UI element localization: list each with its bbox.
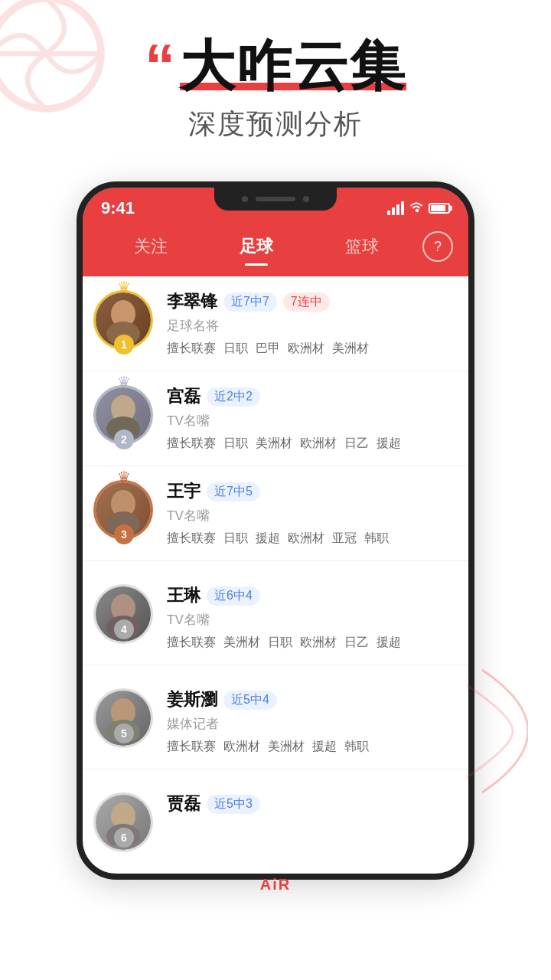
expert-item-4[interactable]: 4 王琳 近6中4 TV名嘴 擅长联赛 美洲材 日职 欧洲材 日乙 援超 [83,561,468,665]
rank-avatar-4: 4 [93,575,155,636]
phone-mockup: 9:41 [0,181,551,880]
expert-name-4: 王琳 [167,584,201,607]
air-label: AiR [260,876,291,893]
rank-badge-3: 3 [114,524,134,544]
notch-dot2 [303,196,309,202]
phone-frame: 9:41 [77,181,474,880]
expert-info-2: 宫磊 近2中2 TV名嘴 擅长联赛 日职 美洲材 欧洲材 日乙 援超 [167,385,450,452]
expert-tags-5: 擅长联赛 欧洲材 美洲材 援超 韩职 [167,739,450,755]
crown-icon-2: ♛ [117,373,131,391]
deco-arcs [467,662,528,803]
expert-name-row-3: 王宇 近7中5 [167,480,450,503]
expert-item-6[interactable]: 6 贾磊 近5中3 [83,769,468,858]
tag-2-1: 擅长联赛 [167,436,216,452]
rank-badge-5: 5 [114,724,134,743]
hero-section: “大咋云集 深度预测分析 [0,0,551,158]
expert-info-4: 王琳 近6中4 TV名嘴 擅长联赛 美洲材 日职 欧洲材 日乙 援超 [167,584,450,651]
expert-tags-2: 擅长联赛 日职 美洲材 欧洲材 日乙 援超 [167,436,450,452]
tag-1-2: 日职 [223,341,248,357]
tag-4-4: 欧洲材 [300,635,337,651]
air-section: AiR [0,880,551,901]
expert-item-5[interactable]: 5 姜斯瀏 近5中4 媒体记者 擅长联赛 欧洲材 美洲材 援超 韩职 [83,665,468,769]
rank-avatar-3: ♛ 3 [93,480,155,541]
tag-1-5: 美洲材 [332,341,369,357]
expert-item-1[interactable]: ♛ 1 李翠锋 近7中7 [83,276,468,371]
expert-badge1-3: 近7中5 [207,482,260,501]
tag-2-6: 援超 [377,436,401,452]
signal-bar-3 [396,204,399,215]
signal-bar-2 [392,207,395,215]
signal-bar-4 [401,201,404,215]
tag-2-4: 欧洲材 [300,436,337,452]
hero-subtitle: 深度预测分析 [0,106,551,143]
expert-name-row-6: 贾磊 近5中3 [167,792,450,815]
expert-badge1-1: 近7中7 [223,292,277,312]
expert-name-row-1: 李翠锋 近7中7 7连中 [167,290,450,313]
status-time: 9:41 [101,198,135,218]
expert-title-3: TV名嘴 [167,507,450,524]
status-icons [387,201,450,217]
status-bar: 9:41 [83,188,468,223]
signal-bar-1 [387,211,390,215]
expert-info-3: 王宇 近7中5 TV名嘴 擅长联赛 日职 援超 欧洲材 亚冠 韩职 [167,480,450,547]
quote-mark: “ [145,38,177,93]
tag-2-2: 日职 [223,436,248,452]
expert-item-2[interactable]: ♛ 2 宫磊 近2中2 [83,371,468,466]
expert-name-3: 王宇 [167,480,201,503]
expert-tags-1: 擅长联赛 日职 巴甲 欧洲材 美洲材 [167,341,450,357]
tag-4-1: 擅长联赛 [167,635,216,651]
tag-3-5: 亚冠 [332,531,357,547]
expert-name-row-4: 王琳 近6中4 [167,584,450,607]
expert-title-1: 足球名将 [167,317,450,335]
signal-bars [387,201,404,215]
notch-speaker [256,197,295,201]
expert-name-row-2: 宫磊 近2中2 [167,385,450,408]
tag-4-6: 援超 [377,635,401,651]
expert-title-2: TV名嘴 [167,412,450,430]
tag-2-3: 美洲材 [256,436,292,452]
expert-badge1-5: 近5中4 [223,691,277,710]
expert-name-5: 姜斯瀏 [167,688,217,711]
rank-badge-2: 2 [114,430,134,449]
tag-3-4: 欧洲材 [288,531,324,547]
tag-2-5: 日乙 [344,436,369,452]
expert-name-1: 李翠锋 [167,290,217,313]
rank-badge-4: 4 [114,619,134,639]
expert-tags-3: 擅长联赛 日职 援超 欧洲材 亚冠 韩职 [167,531,450,547]
rank-badge-1: 1 [114,335,134,354]
help-button[interactable]: ? [422,231,453,262]
expert-tags-4: 擅长联赛 美洲材 日职 欧洲材 日乙 援超 [167,635,450,651]
tab-guanzhu[interactable]: 关注 [98,230,204,263]
expert-name-2: 宫磊 [167,385,201,408]
expert-title-5: 媒体记者 [167,715,450,733]
expert-badge1-6: 近5中3 [207,795,260,814]
tag-4-5: 日乙 [344,635,369,651]
tab-zuqiu[interactable]: 足球 [204,230,309,263]
expert-badge1-2: 近2中2 [207,387,260,407]
tag-1-1: 擅长联赛 [167,341,216,357]
rank-badge-6: 6 [114,828,134,848]
rank-avatar-6: 6 [93,783,155,844]
tag-5-5: 韩职 [344,739,369,755]
battery-icon [429,203,450,214]
tab-lanqiu[interactable]: 篮球 [309,230,415,263]
expert-badge1-4: 近6中4 [207,586,260,606]
expert-info-6: 贾磊 近5中3 [167,792,450,815]
notch-dot [242,196,248,202]
expert-info-5: 姜斯瀏 近5中4 媒体记者 擅长联赛 欧洲材 美洲材 援超 韩职 [167,688,450,755]
tag-3-2: 日职 [223,531,248,547]
expert-title-4: TV名嘴 [167,611,450,629]
expert-name-6: 贾磊 [167,792,201,815]
expert-list: ♛ 1 李翠锋 近7中7 [83,276,468,858]
tag-5-1: 擅长联赛 [167,739,216,755]
rank-avatar-2: ♛ 2 [93,385,155,446]
expert-item-3[interactable]: ♛ 3 王宇 近7中5 [83,466,468,561]
rank-avatar-1: ♛ 1 [93,290,155,351]
tag-5-3: 美洲材 [268,739,305,755]
crown-icon-3: ♛ [117,468,131,486]
tag-1-4: 欧洲材 [288,341,324,357]
expert-badge2-1: 7连中 [283,292,330,312]
expert-name-row-5: 姜斯瀏 近5中4 [167,688,450,711]
phone-nav[interactable]: 关注 足球 篮球 ? [83,223,468,276]
crown-icon-1: ♛ [117,278,131,296]
